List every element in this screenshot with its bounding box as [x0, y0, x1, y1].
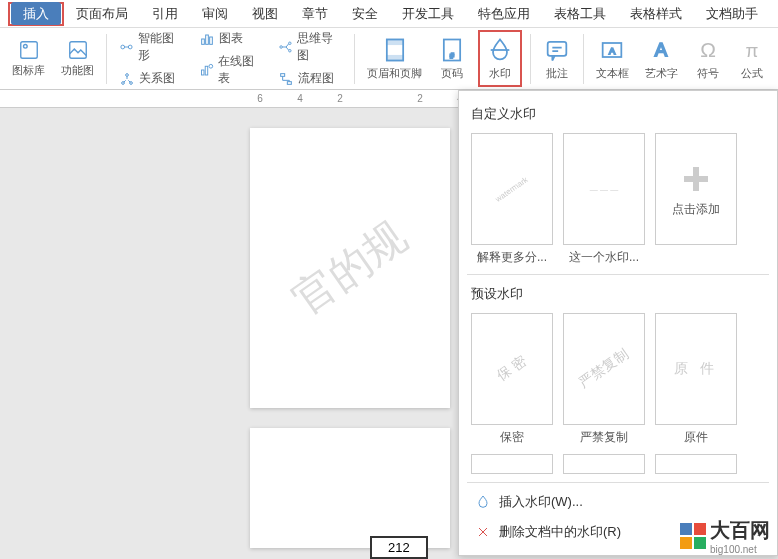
ruler-mark: 4 — [290, 93, 310, 104]
add-custom-watermark[interactable]: 点击添加 — [655, 133, 737, 266]
tab-review[interactable]: 审阅 — [190, 1, 240, 27]
svg-rect-18 — [288, 81, 292, 84]
svg-rect-8 — [201, 39, 204, 44]
svg-text:A: A — [609, 46, 616, 56]
iconlib-label: 图标库 — [12, 63, 45, 78]
ribbon-textbox[interactable]: A 文本框 — [592, 34, 633, 83]
add-thumb: 点击添加 — [655, 133, 737, 245]
svg-rect-21 — [386, 56, 402, 61]
symbol-icon: Ω — [694, 36, 722, 64]
relation-icon — [119, 71, 135, 87]
watermark-thumb: 原 件 — [655, 313, 737, 425]
document-page-2[interactable] — [250, 428, 450, 548]
symbol-label: 符号 — [697, 66, 719, 81]
add-label: 点击添加 — [672, 201, 720, 218]
svg-text:A: A — [655, 39, 668, 60]
tab-chapter[interactable]: 章节 — [290, 1, 340, 27]
site-logo: 大百网 big100.net — [680, 517, 770, 555]
ribbon-annotate[interactable]: 批注 — [539, 34, 575, 83]
logo-sub-text: big100.net — [710, 544, 770, 555]
ribbon-pagenum[interactable]: # 页码 — [434, 34, 470, 83]
tab-security[interactable]: 安全 — [340, 1, 390, 27]
tab-devtools[interactable]: 开发工具 — [390, 1, 466, 27]
thumb-wm-text: 严禁复制 — [576, 346, 632, 393]
preset-watermark-item-0[interactable]: 保 密 保密 — [471, 313, 553, 446]
preset-watermark-title: 预设水印 — [467, 279, 769, 309]
onlinechart-icon — [199, 62, 214, 78]
watermark-dropdown: 自定义水印 watermark 解释更多分... — — — 这一个水印... … — [458, 90, 778, 556]
ribbon-headerfooter[interactable]: 页眉和页脚 — [363, 34, 426, 83]
separator — [583, 34, 584, 84]
mindmap-icon — [278, 39, 293, 55]
svg-rect-12 — [205, 66, 207, 75]
separator — [530, 34, 531, 84]
svg-text:π: π — [746, 40, 759, 61]
divider — [467, 482, 769, 483]
menu-label: 插入水印(W)... — [499, 493, 583, 511]
annotate-label: 批注 — [546, 66, 568, 81]
preset-watermark-item-3[interactable] — [471, 454, 553, 474]
tab-special[interactable]: 特色应用 — [466, 1, 542, 27]
ribbon-relation[interactable]: 关系图 — [115, 68, 187, 89]
tab-insert[interactable]: 插入 — [11, 2, 61, 25]
preset-watermark-item-2[interactable]: 原 件 原件 — [655, 313, 737, 446]
remove-icon — [475, 524, 491, 540]
pagenum-label: 页码 — [441, 66, 463, 81]
tab-view[interactable]: 视图 — [240, 1, 290, 27]
preset-watermark-item-5[interactable] — [655, 454, 737, 474]
custom-watermark-item-0[interactable]: watermark 解释更多分... — [471, 133, 553, 266]
watermark-item-label: 保密 — [500, 429, 524, 446]
watermark-label: 水印 — [489, 66, 511, 81]
preset-watermark-item-1[interactable]: 严禁复制 严禁复制 — [563, 313, 645, 446]
ribbon-symbol[interactable]: Ω 符号 — [690, 34, 726, 83]
ribbon-chart[interactable]: 图表 — [195, 28, 267, 49]
watermark-thumb: 保 密 — [471, 313, 553, 425]
thumb-wm-text: 保 密 — [494, 352, 530, 385]
pagenum-icon: # — [438, 36, 466, 64]
plus-icon — [678, 161, 714, 197]
headerfooter-label: 页眉和页脚 — [367, 66, 422, 81]
svg-point-4 — [128, 45, 132, 49]
separator — [354, 34, 355, 84]
tab-dochelper[interactable]: 文档助手 — [694, 1, 770, 27]
ribbon-smartgfx[interactable]: 智能图形 — [115, 28, 187, 66]
wordart-label: 艺术字 — [645, 66, 678, 81]
svg-point-16 — [289, 49, 291, 51]
ribbon-iconlib[interactable]: 图标库 — [8, 37, 49, 80]
formula-icon: π — [738, 36, 766, 64]
ribbon-tabs: 插入 页面布局 引用 审阅 视图 章节 安全 开发工具 特色应用 表格工具 表格… — [0, 0, 778, 28]
watermark-thumb — [471, 454, 553, 474]
svg-rect-17 — [281, 73, 285, 76]
svg-point-15 — [289, 42, 291, 44]
onlinechart-label: 在线图表 — [218, 53, 263, 87]
watermark-item-label: 这一个水印... — [569, 249, 639, 266]
custom-watermark-item-1[interactable]: — — — 这一个水印... — [563, 133, 645, 266]
ribbon-onlinechart[interactable]: 在线图表 — [195, 51, 267, 89]
tab-layout[interactable]: 页面布局 — [64, 1, 140, 27]
ribbon-wordart[interactable]: A 艺术字 — [641, 34, 682, 83]
mindmap-label: 思维导图 — [297, 30, 342, 64]
document-page[interactable]: 官的规 — [250, 128, 450, 408]
ruler-mark: 2 — [330, 93, 350, 104]
preset-watermark-item-4[interactable] — [563, 454, 645, 474]
svg-rect-10 — [209, 37, 212, 44]
custom-watermark-title: 自定义水印 — [467, 99, 769, 129]
flowchart-label: 流程图 — [298, 70, 334, 87]
textbox-icon: A — [598, 36, 626, 64]
ribbon-formula[interactable]: π 公式 — [734, 34, 770, 83]
tab-reference[interactable]: 引用 — [140, 1, 190, 27]
svg-rect-24 — [548, 42, 567, 56]
svg-text:Ω: Ω — [700, 38, 716, 61]
ribbon-watermark[interactable]: 水印 — [482, 34, 518, 83]
textbox-label: 文本框 — [596, 66, 629, 81]
svg-point-1 — [23, 45, 27, 49]
watermark-item-label: 原件 — [684, 429, 708, 446]
tab-tablestyle[interactable]: 表格样式 — [618, 1, 694, 27]
ribbon-flowchart[interactable]: 流程图 — [274, 68, 346, 89]
ribbon-funcimg[interactable]: 功能图 — [57, 37, 98, 80]
tab-tabletools[interactable]: 表格工具 — [542, 1, 618, 27]
wordart-icon: A — [647, 36, 675, 64]
watermark-thumb: — — — — [563, 133, 645, 245]
insert-watermark-menu[interactable]: 插入水印(W)... — [467, 487, 769, 517]
ribbon-mindmap[interactable]: 思维导图 — [274, 28, 346, 66]
